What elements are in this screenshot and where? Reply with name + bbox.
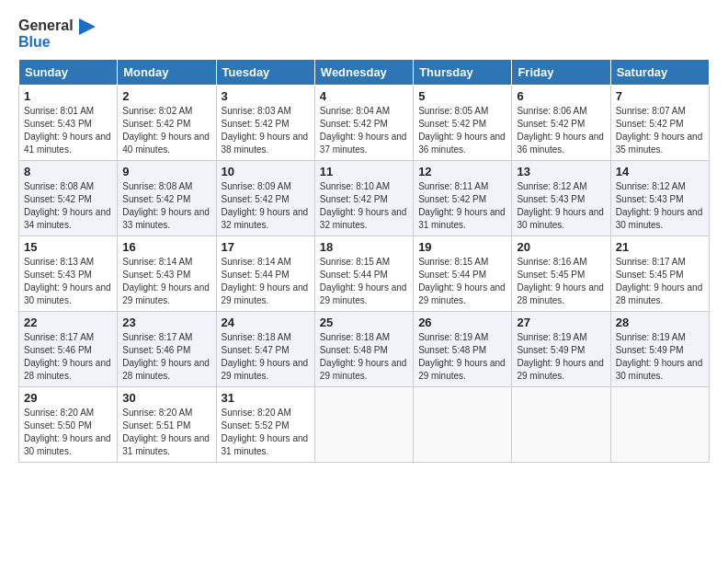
day-info: Sunrise: 8:17 AM Sunset: 5:45 PM Dayligh… <box>616 256 704 307</box>
day-number: 27 <box>517 316 605 329</box>
day-number: 18 <box>320 240 408 254</box>
day-info: Sunrise: 8:18 AM Sunset: 5:47 PM Dayligh… <box>222 331 310 383</box>
day-info: Sunrise: 8:15 AM Sunset: 5:44 PM Dayligh… <box>320 256 408 307</box>
day-number: 8 <box>24 165 112 178</box>
day-info: Sunrise: 8:07 AM Sunset: 5:42 PM Dayligh… <box>616 105 704 156</box>
day-number: 5 <box>418 89 506 103</box>
day-info: Sunrise: 8:09 AM Sunset: 5:42 PM Dayligh… <box>222 180 310 232</box>
calendar-week-row: 15 Sunrise: 8:13 AM Sunset: 5:43 PM Dayl… <box>19 236 710 312</box>
calendar-cell: 11 Sunrise: 8:10 AM Sunset: 5:42 PM Dayl… <box>314 161 413 236</box>
calendar-cell: 15 Sunrise: 8:13 AM Sunset: 5:43 PM Dayl… <box>19 236 118 312</box>
day-number: 29 <box>24 391 112 405</box>
calendar-cell: 27 Sunrise: 8:19 AM Sunset: 5:49 PM Dayl… <box>512 312 610 387</box>
calendar-cell: 18 Sunrise: 8:15 AM Sunset: 5:44 PM Dayl… <box>314 236 413 312</box>
header-saturday: Saturday <box>610 60 709 86</box>
day-info: Sunrise: 8:20 AM Sunset: 5:52 PM Dayligh… <box>222 407 310 458</box>
day-number: 30 <box>122 391 210 405</box>
day-number: 11 <box>320 165 408 178</box>
day-number: 17 <box>222 240 310 254</box>
header-monday: Monday <box>118 60 216 86</box>
calendar-week-row: 29 Sunrise: 8:20 AM Sunset: 5:50 PM Dayl… <box>19 387 710 463</box>
day-number: 22 <box>24 316 112 329</box>
day-info: Sunrise: 8:19 AM Sunset: 5:49 PM Dayligh… <box>616 331 704 383</box>
day-info: Sunrise: 8:03 AM Sunset: 5:42 PM Dayligh… <box>222 105 310 156</box>
calendar-cell: 22 Sunrise: 8:17 AM Sunset: 5:46 PM Dayl… <box>19 312 118 387</box>
calendar-cell <box>610 387 709 463</box>
day-info: Sunrise: 8:14 AM Sunset: 5:43 PM Dayligh… <box>122 256 210 307</box>
calendar-cell: 5 Sunrise: 8:05 AM Sunset: 5:42 PM Dayli… <box>414 86 512 161</box>
logo-general-text: General Blue <box>18 18 96 50</box>
calendar-cell: 23 Sunrise: 8:17 AM Sunset: 5:46 PM Dayl… <box>118 312 216 387</box>
day-info: Sunrise: 8:15 AM Sunset: 5:44 PM Dayligh… <box>418 256 506 307</box>
calendar-cell: 14 Sunrise: 8:12 AM Sunset: 5:43 PM Dayl… <box>610 161 709 236</box>
calendar-cell: 29 Sunrise: 8:20 AM Sunset: 5:50 PM Dayl… <box>19 387 118 463</box>
calendar-cell: 8 Sunrise: 8:08 AM Sunset: 5:42 PM Dayli… <box>19 161 118 236</box>
calendar-cell: 3 Sunrise: 8:03 AM Sunset: 5:42 PM Dayli… <box>216 86 314 161</box>
day-number: 2 <box>122 89 210 103</box>
calendar-week-row: 22 Sunrise: 8:17 AM Sunset: 5:46 PM Dayl… <box>19 312 710 387</box>
calendar-cell: 1 Sunrise: 8:01 AM Sunset: 5:43 PM Dayli… <box>19 86 118 161</box>
calendar-cell: 6 Sunrise: 8:06 AM Sunset: 5:42 PM Dayli… <box>512 86 610 161</box>
day-info: Sunrise: 8:08 AM Sunset: 5:42 PM Dayligh… <box>122 180 210 232</box>
day-number: 25 <box>320 316 408 329</box>
calendar-cell: 7 Sunrise: 8:07 AM Sunset: 5:42 PM Dayli… <box>610 86 709 161</box>
calendar-cell: 21 Sunrise: 8:17 AM Sunset: 5:45 PM Dayl… <box>610 236 709 312</box>
day-number: 14 <box>616 165 704 178</box>
day-info: Sunrise: 8:20 AM Sunset: 5:50 PM Dayligh… <box>24 407 112 458</box>
day-info: Sunrise: 8:19 AM Sunset: 5:48 PM Dayligh… <box>418 331 506 383</box>
calendar-cell: 31 Sunrise: 8:20 AM Sunset: 5:52 PM Dayl… <box>216 387 314 463</box>
calendar-cell <box>314 387 413 463</box>
svg-marker-0 <box>79 18 96 35</box>
day-info: Sunrise: 8:18 AM Sunset: 5:48 PM Dayligh… <box>320 331 408 383</box>
calendar-cell: 28 Sunrise: 8:19 AM Sunset: 5:49 PM Dayl… <box>610 312 709 387</box>
header-friday: Friday <box>512 60 610 86</box>
day-number: 12 <box>418 165 506 178</box>
day-info: Sunrise: 8:10 AM Sunset: 5:42 PM Dayligh… <box>320 180 408 232</box>
header-thursday: Thursday <box>414 60 512 86</box>
calendar-week-row: 8 Sunrise: 8:08 AM Sunset: 5:42 PM Dayli… <box>19 161 710 236</box>
calendar-table: Sunday Monday Tuesday Wednesday Thursday… <box>18 59 710 463</box>
calendar-cell: 26 Sunrise: 8:19 AM Sunset: 5:48 PM Dayl… <box>414 312 512 387</box>
day-info: Sunrise: 8:08 AM Sunset: 5:42 PM Dayligh… <box>24 180 112 232</box>
day-number: 19 <box>418 240 506 254</box>
day-number: 13 <box>517 165 605 178</box>
calendar-week-row: 1 Sunrise: 8:01 AM Sunset: 5:43 PM Dayli… <box>19 86 710 161</box>
day-number: 9 <box>122 165 210 178</box>
calendar-cell: 16 Sunrise: 8:14 AM Sunset: 5:43 PM Dayl… <box>118 236 216 312</box>
calendar-cell: 4 Sunrise: 8:04 AM Sunset: 5:42 PM Dayli… <box>314 86 413 161</box>
day-number: 31 <box>222 391 310 405</box>
day-info: Sunrise: 8:02 AM Sunset: 5:42 PM Dayligh… <box>122 105 210 156</box>
day-number: 1 <box>24 89 112 103</box>
day-number: 6 <box>517 89 605 103</box>
day-number: 21 <box>616 240 704 254</box>
day-number: 4 <box>320 89 408 103</box>
day-number: 16 <box>122 240 210 254</box>
header-tuesday: Tuesday <box>216 60 314 86</box>
day-info: Sunrise: 8:05 AM Sunset: 5:42 PM Dayligh… <box>418 105 506 156</box>
calendar-cell: 19 Sunrise: 8:15 AM Sunset: 5:44 PM Dayl… <box>414 236 512 312</box>
calendar-cell: 2 Sunrise: 8:02 AM Sunset: 5:42 PM Dayli… <box>118 86 216 161</box>
calendar-cell <box>512 387 610 463</box>
calendar-cell: 30 Sunrise: 8:20 AM Sunset: 5:51 PM Dayl… <box>118 387 216 463</box>
day-info: Sunrise: 8:17 AM Sunset: 5:46 PM Dayligh… <box>122 331 210 383</box>
header-wednesday: Wednesday <box>314 60 413 86</box>
weekday-header-row: Sunday Monday Tuesday Wednesday Thursday… <box>19 60 710 86</box>
day-number: 23 <box>122 316 210 329</box>
day-number: 15 <box>24 240 112 254</box>
calendar-cell <box>414 387 512 463</box>
logo-arrow-icon <box>79 18 96 35</box>
day-info: Sunrise: 8:14 AM Sunset: 5:44 PM Dayligh… <box>222 256 310 307</box>
page-header: General Blue <box>18 18 710 50</box>
day-info: Sunrise: 8:20 AM Sunset: 5:51 PM Dayligh… <box>122 407 210 458</box>
day-info: Sunrise: 8:11 AM Sunset: 5:42 PM Dayligh… <box>418 180 506 232</box>
day-info: Sunrise: 8:13 AM Sunset: 5:43 PM Dayligh… <box>24 256 112 307</box>
calendar-cell: 12 Sunrise: 8:11 AM Sunset: 5:42 PM Dayl… <box>414 161 512 236</box>
day-number: 3 <box>222 89 310 103</box>
calendar-cell: 25 Sunrise: 8:18 AM Sunset: 5:48 PM Dayl… <box>314 312 413 387</box>
day-number: 20 <box>517 240 605 254</box>
day-info: Sunrise: 8:12 AM Sunset: 5:43 PM Dayligh… <box>616 180 704 232</box>
calendar-cell: 10 Sunrise: 8:09 AM Sunset: 5:42 PM Dayl… <box>216 161 314 236</box>
calendar-cell: 13 Sunrise: 8:12 AM Sunset: 5:43 PM Dayl… <box>512 161 610 236</box>
logo: General Blue <box>18 18 96 50</box>
calendar-cell: 9 Sunrise: 8:08 AM Sunset: 5:42 PM Dayli… <box>118 161 216 236</box>
